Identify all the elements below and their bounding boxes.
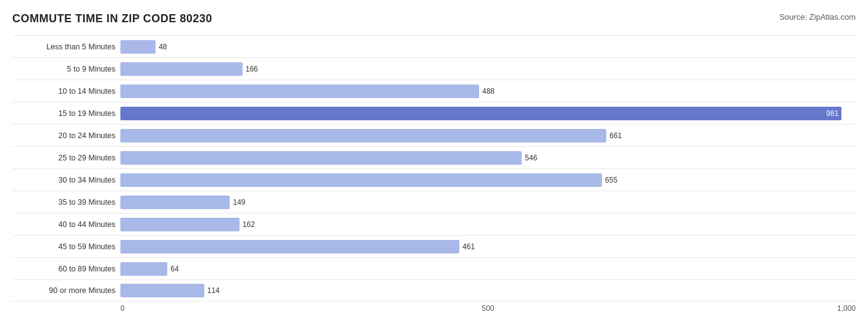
bar-row: 40 to 44 Minutes162 bbox=[12, 213, 856, 235]
bar-row: 10 to 14 Minutes488 bbox=[12, 80, 856, 102]
bar-row: 60 to 89 Minutes64 bbox=[12, 257, 856, 279]
bar-value: 661 bbox=[609, 131, 622, 140]
chart-header: COMMUTE TIME IN ZIP CODE 80230 Source: Z… bbox=[12, 12, 856, 25]
bar-row: 15 to 19 Minutes981 bbox=[12, 102, 856, 124]
chart-title: COMMUTE TIME IN ZIP CODE 80230 bbox=[12, 12, 212, 25]
bar-row: 25 to 29 Minutes546 bbox=[12, 146, 856, 168]
bar-label: 90 or more Minutes bbox=[12, 286, 120, 295]
bar-value: 166 bbox=[246, 65, 258, 73]
bar-value: 655 bbox=[605, 176, 617, 184]
bar-container: 488 bbox=[120, 85, 856, 98]
bar-fill bbox=[120, 85, 479, 98]
bar-fill bbox=[120, 240, 459, 254]
x-label-1000: 1,000 bbox=[837, 304, 856, 313]
bar-value: 149 bbox=[233, 198, 245, 207]
bar-value: 488 bbox=[482, 87, 495, 96]
bar-fill bbox=[120, 173, 602, 187]
bar-label: 30 to 34 Minutes bbox=[12, 176, 120, 184]
bar-row: 35 to 39 Minutes149 bbox=[12, 191, 856, 213]
bar-fill bbox=[120, 129, 606, 142]
bar-row: 45 to 59 Minutes461 bbox=[12, 235, 856, 257]
bar-fill bbox=[120, 62, 243, 76]
bar-fill: 981 bbox=[120, 107, 841, 120]
bar-container: 461 bbox=[120, 240, 856, 254]
bar-fill bbox=[120, 151, 522, 165]
bar-label: 15 to 19 Minutes bbox=[12, 109, 120, 118]
chart-area: Less than 5 Minutes485 to 9 Minutes16610… bbox=[12, 35, 856, 302]
bar-container: 661 bbox=[120, 129, 856, 142]
bar-value: 64 bbox=[170, 265, 178, 273]
bar-fill bbox=[120, 40, 156, 54]
bar-value: 981 bbox=[826, 109, 838, 118]
bar-label: 10 to 14 Minutes bbox=[12, 87, 120, 96]
bar-label: 5 to 9 Minutes bbox=[12, 65, 120, 73]
x-axis-container: 0 500 1,000 bbox=[120, 304, 856, 316]
bar-value: 114 bbox=[207, 286, 220, 295]
bar-value: 461 bbox=[462, 242, 475, 251]
bar-container: 655 bbox=[120, 173, 856, 187]
bar-fill bbox=[120, 284, 204, 297]
bar-label: Less than 5 Minutes bbox=[12, 43, 120, 51]
bar-fill bbox=[120, 262, 167, 276]
bar-value: 48 bbox=[159, 43, 167, 51]
bar-container: 64 bbox=[120, 262, 856, 276]
bar-row: 20 to 24 Minutes661 bbox=[12, 124, 856, 146]
bar-container: 149 bbox=[120, 196, 856, 209]
chart-source: Source: ZipAtlas.com bbox=[779, 12, 856, 22]
bar-fill bbox=[120, 218, 240, 231]
bar-container: 114 bbox=[120, 284, 856, 297]
bar-label: 35 to 39 Minutes bbox=[12, 198, 120, 207]
x-label-500: 500 bbox=[482, 304, 495, 313]
bar-container: 166 bbox=[120, 62, 856, 76]
bar-row: 5 to 9 Minutes166 bbox=[12, 57, 856, 80]
bar-row: 90 or more Minutes114 bbox=[12, 279, 856, 302]
bar-value: 162 bbox=[243, 220, 255, 229]
bar-label: 40 to 44 Minutes bbox=[12, 220, 120, 229]
x-label-0: 0 bbox=[120, 304, 125, 313]
bar-container: 162 bbox=[120, 218, 856, 231]
bar-label: 20 to 24 Minutes bbox=[12, 131, 120, 140]
bar-label: 45 to 59 Minutes bbox=[12, 242, 120, 251]
bar-value: 546 bbox=[525, 154, 537, 162]
bar-label: 60 to 89 Minutes bbox=[12, 265, 120, 273]
bar-container: 546 bbox=[120, 151, 856, 165]
bar-fill bbox=[120, 196, 230, 209]
bar-row: 30 to 34 Minutes655 bbox=[12, 168, 856, 191]
bar-container: 48 bbox=[120, 40, 856, 54]
bar-label: 25 to 29 Minutes bbox=[12, 154, 120, 162]
chart-wrapper: COMMUTE TIME IN ZIP CODE 80230 Source: Z… bbox=[12, 12, 856, 316]
bar-container: 981 bbox=[120, 107, 856, 120]
bar-row: Less than 5 Minutes48 bbox=[12, 35, 856, 57]
